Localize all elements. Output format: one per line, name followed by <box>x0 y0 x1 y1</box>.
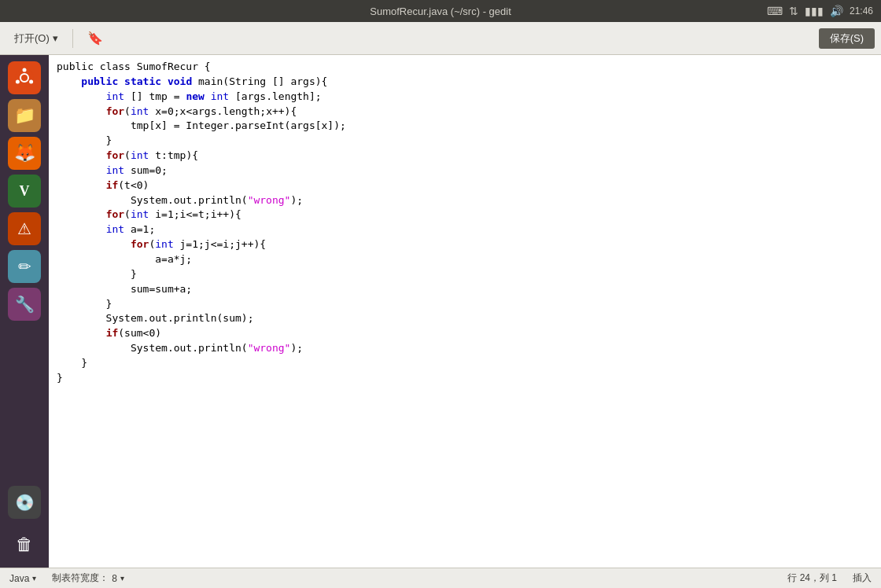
sidebar-item-trash[interactable]: 🗑 <box>8 528 41 561</box>
battery-icon: ▮▮▮ <box>805 5 824 17</box>
bookmark-button[interactable]: 🔖 <box>79 28 111 49</box>
language-label: Java <box>9 573 29 584</box>
keyboard-icon: ⌨ <box>767 5 783 17</box>
svg-point-4 <box>16 80 20 84</box>
sidebar-item-firefox[interactable]: 🦊 <box>8 137 41 170</box>
sidebar: 📁 🦊 V ⚠ ✏ 🔧 💿 🗑 <box>0 55 49 568</box>
window-title: SumofRecur.java (~/src) - gedit <box>370 6 511 17</box>
sidebar-item-gedit[interactable]: ✏ <box>8 250 41 283</box>
clock: 21:46 <box>850 6 873 17</box>
status-right: 行 24，列 1 插入 <box>787 571 872 585</box>
statusbar: Java ▾ 制表符宽度： 8 ▾ 行 24，列 1 插入 <box>0 568 881 588</box>
trash-icon: 🗑 <box>16 535 33 555</box>
toolbar-separator <box>72 29 73 48</box>
titlebar: SumofRecur.java (~/src) - gedit ⌨ ⇅ ▮▮▮ … <box>0 0 881 22</box>
sidebar-item-apport[interactable]: ⚠ <box>8 212 41 245</box>
code-content[interactable]: public class SumofRecur { public static … <box>49 60 881 386</box>
language-dropdown-arrow: ▾ <box>32 574 36 582</box>
toolbar: 打开(O) ▾ 🔖 保存(S) <box>0 22 881 55</box>
language-selector[interactable]: Java ▾ <box>9 573 36 584</box>
sidebar-item-tools[interactable]: 🔧 <box>8 288 41 321</box>
network-icon: ⇅ <box>789 5 798 17</box>
svg-point-3 <box>29 80 33 84</box>
svg-point-2 <box>23 68 27 72</box>
sound-icon: 🔊 <box>830 5 843 17</box>
open-dropdown-arrow: ▾ <box>53 32 58 44</box>
apport-icon: ⚠ <box>17 219 31 238</box>
main-area: 📁 🦊 V ⚠ ✏ 🔧 💿 🗑 public class SumofRecur … <box>0 55 881 568</box>
code-editor[interactable]: public class SumofRecur { public static … <box>49 55 881 568</box>
sys-tray: ⌨ ⇅ ▮▮▮ 🔊 21:46 <box>767 5 873 17</box>
tab-width-dropdown-arrow: ▾ <box>120 574 124 582</box>
tab-width-value: 8 <box>112 573 117 584</box>
cursor-position: 行 24，列 1 <box>787 571 837 585</box>
tab-width-label: 制表符宽度： <box>52 571 109 585</box>
bookmark-icon: 🔖 <box>87 31 103 46</box>
ubuntu-icon <box>13 67 35 89</box>
disk-icon: 💿 <box>15 493 35 512</box>
insert-mode: 插入 <box>853 571 872 585</box>
sidebar-item-disk[interactable]: 💿 <box>8 486 41 519</box>
system-tray: ⌨ ⇅ ▮▮▮ 🔊 21:46 <box>767 5 873 17</box>
firefox-icon: 🦊 <box>14 143 35 164</box>
tools-icon: 🔧 <box>15 295 35 314</box>
tab-width-selector[interactable]: 制表符宽度： 8 ▾ <box>52 571 124 585</box>
gedit-icon: ✏ <box>18 257 31 276</box>
sidebar-item-vim[interactable]: V <box>8 175 41 208</box>
open-label: 打开(O) <box>14 31 50 46</box>
save-button[interactable]: 保存(S) <box>819 28 875 49</box>
files-icon: 📁 <box>14 105 35 126</box>
vim-icon: V <box>20 183 30 200</box>
sidebar-item-files[interactable]: 📁 <box>8 99 41 132</box>
sidebar-item-ubuntu[interactable] <box>8 61 41 94</box>
open-button[interactable]: 打开(O) ▾ <box>6 28 66 49</box>
